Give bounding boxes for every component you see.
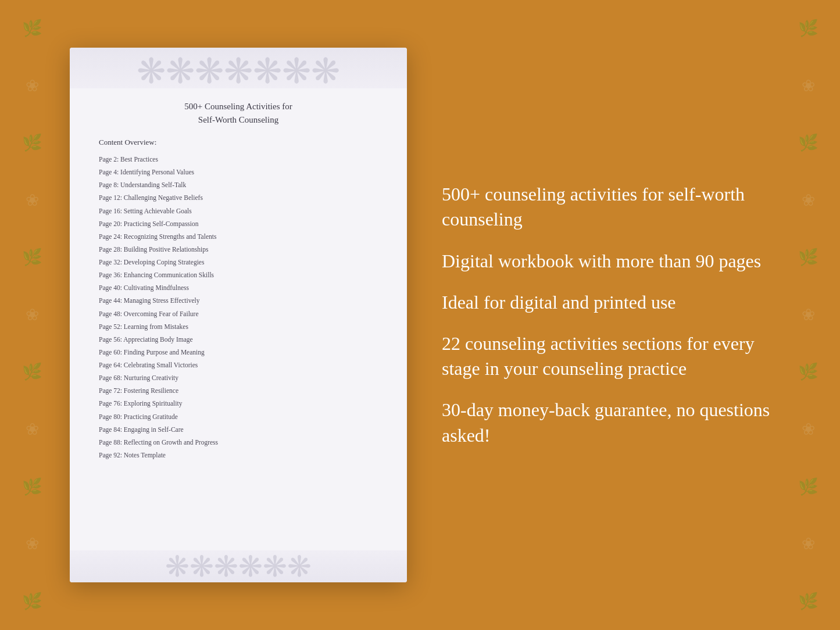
toc-item: Page 48: Overcoming Fear of Failure [99,307,378,320]
toc-title: Overcoming Fear of Failure [122,310,199,317]
toc-item: Page 4: Identifying Personal Values [99,166,378,178]
toc-item: Page 84: Engaging in Self-Care [99,423,378,436]
toc-title: Challenging Negative Beliefs [122,194,203,201]
toc-item: Page 60: Finding Purpose and Meaning [99,346,378,359]
toc-item: Page 40: Cultivating Mindfulness [99,281,378,294]
toc-title: Recognizing Strengths and Talents [122,233,217,240]
page-number: Page 20: [99,218,122,230]
doc-title-line1: 500+ Counseling Activities for [184,102,292,111]
toc-item: Page 52: Learning from Mistakes [99,320,378,333]
toc-item: Page 12: Challenging Negative Beliefs [99,191,378,204]
page-number: Page 40: [99,282,122,293]
mandala-top-icon: ❋❋❋❋❋❋❋ [137,51,340,92]
document-panel: ❋❋❋❋❋❋❋ 500+ Counseling Activities for S… [70,48,407,582]
toc-item: Page 36: Enhancing Communication Skills [99,269,378,281]
page-number: Page 72: [99,385,122,396]
page-number: Page 80: [99,411,122,423]
page-number: Page 8: [99,179,119,191]
toc-title: Notes Template [122,452,166,459]
mandala-bottom-icon: ❋❋❋❋❋❋ [165,550,312,583]
toc-item: Page 32: Developing Coping Strategies [99,256,378,269]
page-number: Page 68: [99,372,122,384]
page-number: Page 24: [99,231,122,242]
feature-text-4: 30-day money-back guarantee, no question… [442,398,770,448]
page-number: Page 92: [99,449,122,461]
toc-title: Enhancing Communication Skills [122,271,214,278]
doc-content: 500+ Counseling Activities for Self-Wort… [70,88,407,550]
toc-item: Page 24: Recognizing Strengths and Talen… [99,230,378,243]
table-of-contents: Page 2: Best PracticesPage 4: Identifyin… [99,153,378,461]
page-number: Page 44: [99,295,122,306]
toc-title: Building Positive Relationships [122,246,209,253]
toc-title: Celebrating Small Victories [122,361,198,368]
toc-title: Reflecting on Growth and Progress [122,439,218,446]
document-title: 500+ Counseling Activities for Self-Wort… [99,100,378,126]
content-overview-label: Content Overview: [99,138,378,147]
page-number: Page 16: [99,205,122,217]
toc-item: Page 64: Celebrating Small Victories [99,359,378,371]
page-number: Page 2: [99,153,119,165]
doc-footer: ❋❋❋❋❋❋ [70,550,407,582]
toc-title: Appreciating Body Image [122,336,193,343]
page-number: Page 84: [99,424,122,435]
page-number: Page 56: [99,334,122,345]
toc-item: Page 44: Managing Stress Effectively [99,294,378,307]
page-number: Page 32: [99,256,122,268]
features-panel: 500+ counseling activities for self-wort… [442,182,770,448]
page-number: Page 76: [99,398,122,409]
feature-text-3: 22 counseling activities sections for ev… [442,331,770,381]
toc-title: Exploring Spirituality [122,400,183,407]
page-number: Page 4: [99,166,119,178]
toc-title: Setting Achievable Goals [122,207,192,214]
page-number: Page 52: [99,321,122,332]
toc-title: Managing Stress Effectively [122,297,200,304]
toc-title: Learning from Mistakes [122,323,188,330]
doc-header: ❋❋❋❋❋❋❋ [70,48,407,88]
toc-title: Understanding Self-Talk [119,181,186,188]
main-layout: ❋❋❋❋❋❋❋ 500+ Counseling Activities for S… [0,0,840,630]
toc-item: Page 8: Understanding Self-Talk [99,178,378,191]
toc-title: Nurturing Creativity [122,374,178,381]
toc-item: Page 68: Nurturing Creativity [99,371,378,384]
doc-title-line2: Self-Worth Counseling [198,115,278,124]
toc-title: Practicing Gratitude [122,413,178,420]
toc-item: Page 56: Appreciating Body Image [99,333,378,346]
toc-title: Identifying Personal Values [119,169,194,176]
toc-item: Page 88: Reflecting on Growth and Progre… [99,436,378,449]
page-number: Page 64: [99,359,122,371]
page-number: Page 36: [99,269,122,281]
page-number: Page 88: [99,436,122,448]
page-number: Page 28: [99,244,122,255]
toc-item: Page 16: Setting Achievable Goals [99,205,378,217]
toc-title: Developing Coping Strategies [122,259,205,266]
toc-item: Page 20: Practicing Self-Compassion [99,217,378,230]
toc-item: Page 76: Exploring Spirituality [99,397,378,410]
toc-title: Cultivating Mindfulness [122,284,189,291]
page-number: Page 60: [99,346,122,358]
toc-item: Page 80: Practicing Gratitude [99,410,378,423]
toc-title: Fostering Resilience [122,387,178,394]
page-number: Page 48: [99,308,122,320]
feature-text-0: 500+ counseling activities for self-wort… [442,182,770,232]
toc-item: Page 72: Fostering Resilience [99,384,378,397]
toc-title: Practicing Self-Compassion [122,220,199,227]
toc-item: Page 92: Notes Template [99,449,378,461]
toc-title: Finding Purpose and Meaning [122,349,205,356]
toc-item: Page 2: Best Practices [99,153,378,166]
toc-item: Page 28: Building Positive Relationships [99,243,378,256]
feature-text-2: Ideal for digital and printed use [442,290,770,315]
toc-title: Best Practices [119,156,158,163]
page-number: Page 12: [99,192,122,203]
feature-text-1: Digital workbook with more than 90 pages [442,249,770,274]
toc-title: Engaging in Self-Care [122,426,184,433]
